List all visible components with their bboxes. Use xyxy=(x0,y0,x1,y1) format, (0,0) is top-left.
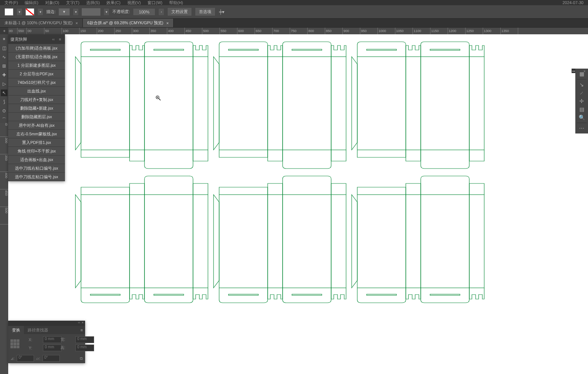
script-item[interactable]: (无需群组)适合画板.jsx xyxy=(8,53,65,61)
tool-icon[interactable]: ⊞ xyxy=(1,63,7,69)
panel-icon[interactable]: ▤ xyxy=(577,106,587,113)
script-item[interactable]: 选中刀线左粘口编号.jsx xyxy=(8,173,65,181)
more-icon[interactable]: ⋯ xyxy=(577,125,587,132)
main-area: ✦ 00550005010015020025030035040045050055… xyxy=(0,28,588,374)
svg-rect-30 xyxy=(357,195,406,288)
menu-window[interactable]: 窗口(W) xyxy=(147,0,162,6)
plus-icon[interactable]: ✚ xyxy=(1,72,7,78)
stroke-swatch[interactable] xyxy=(25,8,34,16)
shear-input[interactable]: 0° xyxy=(43,355,60,362)
w-input[interactable]: 0 mm xyxy=(75,336,94,343)
angle-label: ⊿: xyxy=(10,356,15,361)
link-icon[interactable]: ⧉ xyxy=(80,356,83,361)
panel-icon[interactable]: ✢ xyxy=(577,97,587,105)
brush-dropdown[interactable]: ▾ xyxy=(103,8,109,16)
script-item[interactable]: 删除隐藏+新建.jsx xyxy=(8,104,65,113)
panel-icon[interactable]: ↘ xyxy=(577,81,587,88)
zoom-panel-icon[interactable]: 🔍 xyxy=(577,114,587,121)
script-item[interactable]: 左右-0.5mm蒙板线.jsx xyxy=(8,130,65,138)
tool-icon[interactable]: ⊙ xyxy=(1,107,7,114)
tab-transform[interactable]: 变换 xyxy=(8,326,24,334)
script-item[interactable]: (力加吊牌)适合画板.jsx xyxy=(8,44,65,53)
script-item[interactable]: 适合画板+出血.jsx xyxy=(8,155,65,164)
collapse-icon[interactable]: ‹‹ xyxy=(51,37,56,42)
arrow-icon[interactable]: ↖ xyxy=(1,89,7,96)
control-bar: ▾ ▾ 描边: ▾ ▾ ▾ 不透明度: 100% › 文档设置 首选项 ╪▾ xyxy=(0,5,588,19)
close-icon[interactable]: × xyxy=(584,69,587,73)
shear-label: ▱: xyxy=(36,356,40,361)
tab-close-icon[interactable]: × xyxy=(75,21,78,25)
angle-input[interactable]: 0° xyxy=(17,355,34,362)
expand-panels-icon[interactable]: ◂◂ xyxy=(572,69,575,73)
script-item[interactable]: 角线·丝印+不干胶.jsx xyxy=(8,147,65,155)
svg-rect-13 xyxy=(406,57,421,150)
fill-dropdown[interactable]: ▾ xyxy=(16,8,22,16)
stroke-weight-dropdown[interactable]: ▾ xyxy=(73,8,79,16)
svg-rect-25 xyxy=(268,195,283,288)
menu-object[interactable]: 对象(O) xyxy=(45,0,59,6)
align-icon[interactable]: ◫ xyxy=(1,45,7,51)
tab-pathfinder[interactable]: 路径查找器 xyxy=(24,326,52,334)
script-item[interactable]: 2 分层导出PDF.jsx xyxy=(8,70,65,78)
script-item[interactable]: 刀线对齐+复制.jsx xyxy=(8,95,65,104)
panel-icon[interactable]: ⟋ xyxy=(577,89,587,97)
close-icon[interactable]: × xyxy=(82,321,84,326)
canvas[interactable] xyxy=(8,34,588,374)
tab-close-icon[interactable]: × xyxy=(166,21,168,25)
ruler-tick: 1200 xyxy=(448,28,466,34)
fill-swatch[interactable] xyxy=(4,8,13,16)
menu-help[interactable]: 帮助(H) xyxy=(169,0,183,6)
panel-header[interactable]: 捷克快脚 ‹‹ ≡ xyxy=(8,34,65,44)
document-tab-2[interactable]: 6款合拼.ai* @ 69.28% (CMYK/GPU 预览) × xyxy=(83,19,174,27)
svg-rect-32 xyxy=(421,195,469,288)
script-item[interactable]: 740x510打样尺寸.jsx xyxy=(8,78,65,87)
stroke-label: 描边: xyxy=(46,9,56,15)
svg-rect-15 xyxy=(469,57,484,150)
tool-icon[interactable]: ∿ xyxy=(1,54,7,60)
tool-icon[interactable]: ⟆ xyxy=(1,98,7,105)
h-input[interactable]: 0 mm xyxy=(75,345,94,351)
play-icon[interactable]: ▷ xyxy=(1,81,7,87)
svg-rect-12 xyxy=(357,57,406,150)
svg-rect-4 xyxy=(90,49,120,50)
menu-effect[interactable]: 效果(C) xyxy=(106,0,120,6)
ruler-tick: 1000 xyxy=(378,28,395,34)
script-item[interactable]: 居中对齐-AI自有.jsx xyxy=(8,121,65,130)
panel-menu-icon[interactable]: ≡ xyxy=(78,328,85,332)
document-setup-button[interactable]: 文档设置 xyxy=(167,7,192,16)
align-icon[interactable]: ╪▾ xyxy=(218,9,225,15)
svg-rect-1 xyxy=(130,57,144,150)
menu-edit[interactable]: 编辑(E) xyxy=(25,0,38,6)
menu-type[interactable]: 文字(T) xyxy=(66,0,80,6)
script-item[interactable]: 置入PDF排1.jsx xyxy=(8,138,65,147)
svg-rect-22 xyxy=(90,294,120,295)
stroke-swatch-dropdown[interactable]: ▾ xyxy=(37,8,43,16)
menu-file[interactable]: 文件(F) xyxy=(4,0,18,6)
ruler-tick: 50 xyxy=(44,28,62,34)
collapse-icon[interactable]: ‹‹ xyxy=(78,321,80,326)
preferences-button[interactable]: 首选项 xyxy=(195,7,215,16)
curve-icon[interactable]: ⌒ xyxy=(1,116,7,123)
menu-view[interactable]: 视图(V) xyxy=(127,0,141,6)
reference-point[interactable] xyxy=(10,339,19,348)
brush-swatch[interactable] xyxy=(82,8,100,16)
app-icon[interactable]: ✴ xyxy=(1,36,7,43)
ruler-tick: 1250 xyxy=(466,28,483,34)
ruler-tick: 450 xyxy=(185,28,202,34)
opacity-arrow[interactable]: › xyxy=(158,8,164,16)
menu-icon[interactable]: ≡ xyxy=(57,37,63,42)
svg-rect-34 xyxy=(367,294,396,295)
menu-bar: 文件(F) 编辑(E) 对象(O) 文字(T) 选择(S) 效果(C) 视图(V… xyxy=(0,0,588,5)
script-item[interactable]: 选中刀线右粘口编号.jsx xyxy=(8,164,65,173)
script-item[interactable]: 1 分层新建多图层.jsx xyxy=(8,61,65,70)
menu-select[interactable]: 选择(S) xyxy=(86,0,100,6)
ruler-tick: 450 xyxy=(0,189,8,207)
horizontal-ruler[interactable]: 0055000501001502002503003504004505005506… xyxy=(8,28,588,34)
opacity-value[interactable]: 100% xyxy=(133,8,155,16)
stroke-weight[interactable]: ▾ xyxy=(59,8,70,16)
svg-rect-19 xyxy=(130,195,144,288)
document-tab-1[interactable]: 未标题-1 @ 100% (CMYK/GPU 预览) × xyxy=(0,19,83,27)
script-item[interactable]: 删除隐藏图层.jsx xyxy=(8,113,65,121)
script-item[interactable]: 出血线.jsx xyxy=(8,87,65,95)
ruler-origin[interactable]: ✦ xyxy=(0,28,8,34)
